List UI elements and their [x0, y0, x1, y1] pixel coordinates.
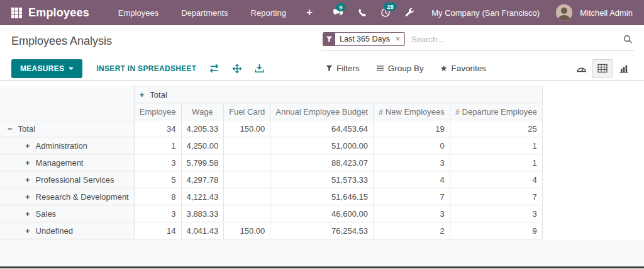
pivot-cell: 1 [134, 137, 181, 154]
column-header[interactable]: Fuel Card [224, 103, 270, 120]
company-switcher[interactable]: My Company (San Francisco) [431, 8, 540, 18]
expand-icon: + [25, 209, 30, 219]
graph-view-button[interactable] [614, 59, 634, 78]
table-row: +Undefined 144,041.43150.0076,254.5329 [0, 222, 542, 239]
pivot-cell: 3 [450, 205, 542, 222]
pivot-cell: 3 [134, 154, 181, 171]
pivot-cell [224, 205, 270, 222]
pivot-cell: 3 [373, 154, 450, 171]
table-row: +Management 35,799.5888,423.0731 [0, 154, 542, 171]
pivot-cell: 25 [450, 120, 542, 137]
pivot-cell: 4 [450, 171, 542, 188]
messages-button[interactable]: 9 [327, 4, 349, 21]
column-header[interactable]: # New Employees [373, 103, 450, 120]
expand-icon: + [25, 158, 30, 168]
favorites-menu[interactable]: ★ Favorites [440, 64, 486, 73]
activities-button[interactable]: 28 [375, 4, 396, 21]
phone-button[interactable] [352, 4, 372, 21]
app-title[interactable]: Employees [28, 6, 89, 20]
filters-label: Filters [336, 64, 360, 73]
chevron-down-icon [69, 67, 74, 70]
pivot-toolbar: MEASURES INSERT IN SPREADSHEET Filters G… [0, 57, 644, 81]
table-row: +Research & Development 84,121.4351,646.… [0, 188, 542, 205]
nav-menu-reporting[interactable]: Reporting [240, 8, 297, 18]
user-avatar[interactable] [556, 4, 572, 21]
column-header[interactable]: Annual Employee Budget [270, 103, 374, 120]
pivot-corner-cell [0, 86, 134, 120]
pivot-row-header[interactable]: −Total [0, 120, 134, 137]
pivot-cell: 150.00 [224, 120, 270, 137]
page-title: Employees Analysis [11, 35, 112, 48]
row-label: Professional Services [36, 175, 114, 185]
group-by-label: Group By [388, 64, 424, 73]
pivot-cell: 64,453.64 [270, 120, 374, 137]
nav-plus-icon[interactable]: + [297, 6, 321, 19]
expand-icon: + [140, 90, 145, 100]
filters-menu[interactable]: Filters [326, 64, 360, 73]
tools-button[interactable] [399, 4, 420, 21]
measures-label: MEASURES [20, 64, 64, 73]
bar-chart-icon [619, 64, 629, 73]
flip-axis-icon[interactable] [209, 64, 219, 73]
pivot-cell: 5 [134, 171, 181, 188]
apps-menu-icon[interactable] [11, 8, 22, 18]
search-bar[interactable]: Last 365 Days × Search... [321, 31, 634, 51]
pivot-table: +Total Employee Wage Fuel Card Annual Em… [0, 86, 543, 239]
pivot-row-header[interactable]: +Management [0, 154, 134, 171]
nav-menu-departments[interactable]: Departments [170, 8, 239, 18]
pivot-cell: 3 [373, 205, 450, 222]
page-background [0, 239, 644, 266]
pivot-cell: 34 [134, 120, 181, 137]
search-input[interactable]: Search... [411, 35, 623, 44]
search-icon[interactable] [623, 35, 633, 44]
group-by-icon [376, 65, 384, 72]
pivot-column-group-header[interactable]: +Total [134, 86, 542, 103]
pivot-cell [224, 154, 270, 171]
pivot-row-header[interactable]: +Professional Services [0, 171, 134, 188]
table-grid-icon [597, 64, 608, 73]
pivot-cell: 51,573.33 [270, 171, 374, 188]
pivot-cell: 150.00 [224, 222, 270, 239]
expand-icon: + [25, 141, 30, 151]
dashboard-view-button[interactable] [571, 59, 591, 78]
column-header[interactable]: Wage [181, 103, 224, 120]
pivot-row-header[interactable]: +Sales [0, 205, 134, 222]
download-icon[interactable] [255, 64, 264, 73]
row-label: Administration [36, 141, 87, 151]
pivot-cell: 9 [450, 222, 542, 239]
pivot-cell: 3 [134, 205, 181, 222]
top-navbar: Employees Employees Departments Reportin… [0, 0, 644, 25]
wrench-icon [404, 8, 414, 18]
user-menu[interactable]: Mitchell Admin [580, 8, 633, 18]
filter-facet-icon [323, 33, 335, 45]
row-label: Research & Development [36, 192, 129, 202]
pivot-cell: 88,423.07 [270, 154, 374, 171]
facet-label: Last 365 Days [335, 33, 394, 45]
pivot-cell: 5,799.58 [181, 154, 224, 171]
pivot-row-header[interactable]: +Administration [0, 137, 134, 154]
pivot-row-header[interactable]: +Research & Development [0, 188, 134, 205]
pivot-cell: 51,646.15 [270, 188, 374, 205]
pivot-row-header[interactable]: +Undefined [0, 222, 134, 239]
activities-badge: 28 [384, 3, 397, 11]
column-header[interactable]: # Departure Employee [450, 103, 542, 120]
messages-badge: 9 [336, 3, 345, 11]
pivot-cell: 76,254.53 [270, 222, 374, 239]
view-switcher [571, 59, 634, 78]
expand-all-icon[interactable] [232, 64, 242, 74]
expand-icon: + [25, 226, 30, 236]
facet-remove-icon[interactable]: × [394, 33, 404, 45]
pivot-view-button[interactable] [592, 59, 613, 78]
insert-in-spreadsheet-button[interactable]: INSERT IN SPREADSHEET [96, 64, 196, 73]
group-by-menu[interactable]: Group By [376, 64, 424, 73]
measures-button[interactable]: MEASURES [11, 59, 82, 78]
pivot-cell: 1 [450, 137, 542, 154]
nav-menu-employees[interactable]: Employees [107, 8, 170, 18]
pivot-cell: 7 [450, 188, 542, 205]
pivot-cell: 4,041.43 [181, 222, 224, 239]
row-label: Total [18, 124, 35, 134]
expand-icon: − [8, 124, 13, 134]
column-header[interactable]: Employee [134, 103, 181, 120]
pivot-cell: 4,297.78 [181, 171, 224, 188]
expand-icon: + [25, 175, 30, 185]
